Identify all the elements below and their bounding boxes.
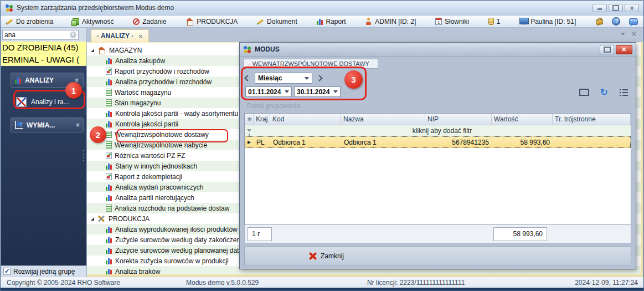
dialog-tab[interactable]: · WEWNĄTRZWSPÓLNOTOWE DOSTAWY · xyxy=(243,59,378,69)
shortcut-terminal-uwagi[interactable]: ERMINAL - UWAGI ( xyxy=(1,54,86,66)
tab-bar: · ANALIZY · xyxy=(87,28,643,42)
funnel-icon-cell xyxy=(245,129,254,132)
expanded-triangle-icon[interactable] xyxy=(91,49,94,52)
dialog-close-button[interactable] xyxy=(616,45,632,54)
date-to-picker[interactable]: 30.11.2024 xyxy=(294,86,341,97)
tree-item-label: Raport przychodów i rozchodów xyxy=(115,68,209,75)
expand-one-group-option[interactable]: Rozwijaj jedną grupę xyxy=(1,266,86,277)
tree-item-label: Kontrola jakości partii xyxy=(115,120,178,128)
zamknij-button[interactable]: Zamknij xyxy=(321,252,344,260)
help-icon[interactable] xyxy=(612,17,620,25)
clear-search-icon[interactable] xyxy=(70,32,76,38)
close-button[interactable] xyxy=(625,4,639,12)
chevron-down-icon[interactable] xyxy=(621,33,625,35)
window-title: System zarządzania przedsiębiorstwem Mod… xyxy=(17,4,174,12)
toolbar-item-aktywnosc[interactable]: Aktywność xyxy=(73,18,114,25)
date-from-picker[interactable]: 01.11.2024 xyxy=(245,86,292,97)
funnel-icon xyxy=(247,129,251,132)
column-width-icon[interactable] xyxy=(580,89,589,96)
shortcut-do-zrobienia[interactable]: DO ZROBIENIA (45) xyxy=(1,42,86,54)
dialog-controls xyxy=(600,45,632,54)
grouping-panel[interactable]: Panel grupowania xyxy=(243,99,632,113)
chat-icon[interactable] xyxy=(629,18,638,25)
search-input[interactable]: ana xyxy=(2,30,79,40)
next-period-icon[interactable] xyxy=(316,75,322,81)
period-select[interactable]: Miesiąc xyxy=(255,73,312,84)
tab-analizy[interactable]: · ANALIZY · xyxy=(91,29,149,42)
date-range-row: 01.11.2024 30.11.2024 xyxy=(245,86,632,97)
column-header-nazwa[interactable]: Nazwa xyxy=(341,114,425,125)
toolbar-item-paulina[interactable]: Paulina [ID: 51] xyxy=(519,18,576,25)
filter-hint[interactable]: kliknij aby dodać filtr xyxy=(254,127,631,135)
toolbar-item-do-zrobienia[interactable]: Do zrobienia xyxy=(6,18,53,25)
search-value: ana xyxy=(4,31,16,39)
toolbar-item-zadanie[interactable]: Zadanie xyxy=(133,18,166,25)
app-logo-icon xyxy=(5,4,13,12)
modus-dialog: MODUS · WEWNĄTRZWSPÓLNOTOWE DOSTAWY · Mi… xyxy=(239,42,636,269)
row-list-icon[interactable] xyxy=(619,89,628,96)
checkbox-checked-icon[interactable] xyxy=(3,268,11,275)
toolbar-label: ADMIN [ID: 2] xyxy=(375,18,416,25)
dropdown-arrow-icon xyxy=(333,90,338,93)
column-header-nip[interactable]: NIP xyxy=(425,114,492,125)
tree-item-label: Zużycie surowców według daty zakończenia… xyxy=(115,236,251,244)
bar-chart-icon xyxy=(106,226,112,233)
dialog-restore-button[interactable] xyxy=(600,45,614,54)
column-header-wartosc[interactable]: Wartość xyxy=(492,114,553,125)
toolbar-label: Zadanie xyxy=(142,18,166,25)
toolbar-label: Słowniki xyxy=(445,18,469,25)
column-header-tr-trojstronne[interactable]: Tr. trójstronne xyxy=(553,114,631,125)
row-indicator-header: ✱ xyxy=(245,114,254,125)
tree-item-label: Analiza wydań pracowniczych xyxy=(115,183,203,191)
date-to-value: 30.11.2024 xyxy=(297,88,329,96)
tree-item-label: Analiza rozchodu na podstawie dostaw xyxy=(115,205,229,212)
toolbar-item-raport[interactable]: Raport xyxy=(317,18,346,25)
tree-item-label: Różnica wartości PZ FZ xyxy=(115,152,185,160)
dialog-body: · WEWNĄTRZWSPÓLNOTOWE DOSTAWY · Miesiąc … xyxy=(240,57,636,269)
splitter-handle[interactable] xyxy=(83,149,85,164)
sidebar: ana DO ZROBIENIA (45) ERMINAL - UWAGI ( … xyxy=(1,28,87,277)
tree-item-label: Raport z dekompletacji xyxy=(115,173,182,181)
close-tab-icon[interactable] xyxy=(138,33,143,40)
sidebar-nav-panel: ANALIZY Analizy i ra... WYMIA... xyxy=(1,66,86,266)
previous-period-icon[interactable] xyxy=(244,75,250,81)
dropdown-arrow-icon xyxy=(285,90,289,93)
list-icon xyxy=(106,141,112,149)
toolbar-right-icons xyxy=(595,17,638,25)
filter-row[interactable]: kliknij aby dodać filtr xyxy=(245,125,631,136)
report-icon xyxy=(106,173,112,180)
cell-wartosc: 58 993,60 xyxy=(492,139,553,146)
monitor-icon xyxy=(519,18,528,25)
close-icon[interactable] xyxy=(632,29,636,39)
tree-item-label: Analiza braków xyxy=(115,268,160,275)
expanded-triangle-icon[interactable] xyxy=(91,217,94,221)
refresh-icon[interactable] xyxy=(600,89,608,96)
toolbar-label: Paulina [ID: 51] xyxy=(530,18,576,25)
tree-item-label: Korekta zużycia surowców w produkcji xyxy=(115,257,229,265)
sidebar-item-analizy-i-raporty[interactable]: Analizy i ra... xyxy=(16,94,83,110)
calendar-icon xyxy=(435,18,442,25)
warehouse-icon xyxy=(97,47,106,54)
minimize-button[interactable] xyxy=(593,4,607,12)
toolbar-item-counter[interactable]: 1 xyxy=(488,18,501,25)
toolbar-item-produkcja[interactable]: PRODUKCJA xyxy=(186,18,238,25)
dialog-title-bar: MODUS xyxy=(240,43,636,57)
toolbar-item-dokument[interactable]: Dokument xyxy=(257,18,297,25)
toolbar-item-admin[interactable]: ADMIN [ID: 2] xyxy=(365,18,416,25)
maximize-button[interactable] xyxy=(609,4,623,12)
toolbar-item-slowniki[interactable]: Słowniki xyxy=(435,18,469,25)
bar-chart-icon xyxy=(106,57,112,64)
sidebar-group-analizy[interactable]: ANALIZY xyxy=(11,73,84,88)
list-icon xyxy=(106,205,112,212)
paint-bucket-icon[interactable] xyxy=(595,17,604,25)
tree-item-label: Wewnątrzwspólnotowe nabycie xyxy=(115,141,207,149)
bar-chart-icon xyxy=(106,78,112,85)
bar-chart-icon xyxy=(106,268,112,275)
toolbar-label: PRODUKCJA xyxy=(197,18,238,25)
group-label: WYMIA... xyxy=(27,121,55,129)
sidebar-group-wymiana[interactable]: WYMIA... xyxy=(11,118,84,132)
column-header-kod[interactable]: Kod xyxy=(270,114,341,125)
column-header-kraj[interactable]: Kraj xyxy=(254,114,270,125)
tree-item-label: Analiza wyprodukowanej ilości produktów xyxy=(115,226,238,233)
table-row[interactable]: PL Odbiorca 1 Odbiorca 1 5678941235 58 9… xyxy=(245,136,631,148)
